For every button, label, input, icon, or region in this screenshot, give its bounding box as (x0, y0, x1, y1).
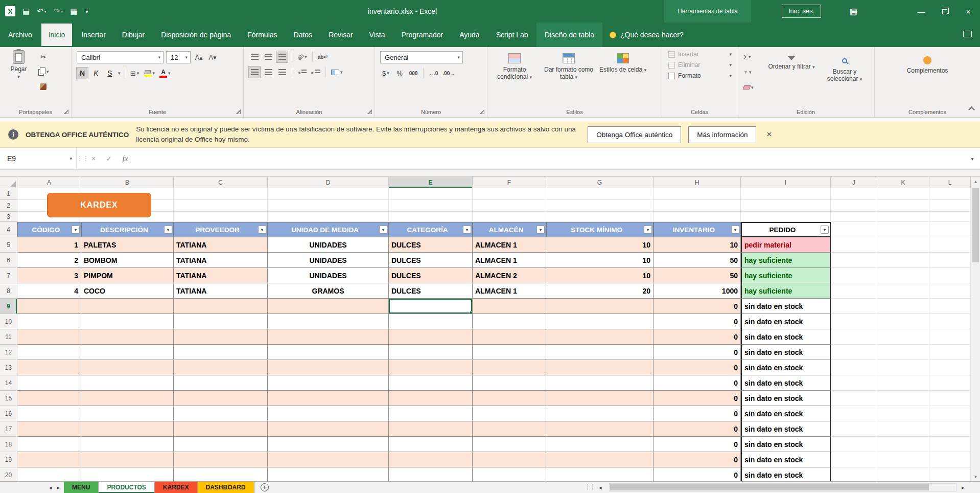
cell-G18[interactable] (546, 437, 654, 452)
cell-I16[interactable]: sin dato en stock (741, 406, 831, 421)
cell-K19[interactable] (877, 452, 929, 467)
row-header-18[interactable]: 18 (0, 437, 17, 452)
warning-close-icon[interactable]: × (766, 129, 772, 140)
cell-A15[interactable] (17, 391, 81, 406)
cell-I10[interactable]: sin dato en stock (741, 314, 831, 329)
column-header-j[interactable]: J (831, 177, 877, 188)
cell-L15[interactable] (929, 391, 971, 406)
cell-G10[interactable] (546, 314, 654, 329)
column-header-l[interactable]: L (929, 177, 971, 188)
cell-I12[interactable]: sin dato en stock (741, 345, 831, 360)
filter-dropdown-icon[interactable]: ▾ (731, 226, 739, 234)
formula-bar-grip[interactable]: ⋮⋮ (77, 155, 86, 162)
cell-A20[interactable] (17, 467, 81, 481)
cell-I20[interactable]: sin dato en stock (741, 467, 831, 481)
row-header-10[interactable]: 10 (0, 314, 17, 329)
cell-J14[interactable] (831, 375, 877, 391)
cell-C6[interactable]: TATIANA (174, 253, 268, 268)
cell-C12[interactable] (174, 345, 268, 360)
cell-C11[interactable] (174, 329, 268, 345)
column-header-g[interactable]: G (546, 177, 654, 188)
align-left-button[interactable] (249, 66, 260, 78)
cell-F1[interactable] (473, 188, 546, 200)
cell-A14[interactable] (17, 375, 81, 391)
cell-D16[interactable] (268, 406, 389, 421)
delete-cells-button[interactable]: Eliminar ▾ (668, 61, 732, 69)
cell-E12[interactable] (389, 345, 473, 360)
cell-B11[interactable] (81, 329, 174, 345)
cell-E3[interactable] (389, 212, 473, 222)
cell-L18[interactable] (929, 437, 971, 452)
cell-G8[interactable]: 20 (546, 283, 654, 299)
cell-B10[interactable] (81, 314, 174, 329)
cell-F15[interactable] (473, 391, 546, 406)
cell-E8[interactable]: DULCES (389, 283, 473, 299)
cell-L14[interactable] (929, 375, 971, 391)
cell-E16[interactable] (389, 406, 473, 421)
cell-J16[interactable] (831, 406, 877, 421)
formula-bar-expand-icon[interactable]: ▾ (965, 156, 980, 162)
cell-K10[interactable] (877, 314, 929, 329)
cell-K5[interactable] (877, 237, 929, 253)
cell-G4[interactable]: STOCK MÍNIMO▾ (546, 222, 654, 237)
sign-in-button[interactable]: Inic. ses. (782, 5, 821, 18)
cut-button[interactable]: ✂ (37, 51, 50, 62)
cell-B7[interactable]: PIMPOM (81, 268, 174, 283)
column-header-f[interactable]: F (473, 177, 546, 188)
cell-A9[interactable] (17, 299, 81, 314)
cell-I6[interactable]: hay suficiente (741, 253, 831, 268)
cell-B14[interactable] (81, 375, 174, 391)
cell-D8[interactable]: GRAMOS (268, 283, 389, 299)
cell-E10[interactable] (389, 314, 473, 329)
cell-J19[interactable] (831, 452, 877, 467)
cell-L13[interactable] (929, 360, 971, 375)
number-format-combo[interactable]: General▾ (380, 51, 463, 63)
cell-J18[interactable] (831, 437, 877, 452)
cell-E4[interactable]: CATEGORÍA▾ (389, 222, 473, 237)
cell-E20[interactable] (389, 467, 473, 481)
new-sheet-button[interactable]: + (261, 483, 269, 491)
format-cells-button[interactable]: Formato ▾ (668, 72, 732, 79)
cell-A12[interactable] (17, 345, 81, 360)
cell-L3[interactable] (929, 212, 971, 222)
kardex-shape[interactable]: KARDEX (47, 193, 151, 217)
tab-insertar[interactable]: Insertar (73, 23, 113, 47)
cell-D6[interactable]: UNIDADES (268, 253, 389, 268)
cell-F4[interactable]: ALMACÉN▾ (473, 222, 546, 237)
cell-L7[interactable] (929, 268, 971, 283)
row-header-17[interactable]: 17 (0, 421, 17, 437)
cell-E17[interactable] (389, 421, 473, 437)
cell-C17[interactable] (174, 421, 268, 437)
tab-programador[interactable]: Programador (393, 23, 451, 47)
row-header-15[interactable]: 15 (0, 391, 17, 406)
cell-D12[interactable] (268, 345, 389, 360)
cell-C8[interactable]: TATIANA (174, 283, 268, 299)
cell-C13[interactable] (174, 360, 268, 375)
restore-button[interactable] (933, 0, 956, 23)
cell-K16[interactable] (877, 406, 929, 421)
cell-J2[interactable] (831, 200, 877, 212)
row-header-13[interactable]: 13 (0, 360, 17, 375)
cell-B6[interactable]: BOMBOM (81, 253, 174, 268)
cell-G1[interactable] (546, 188, 654, 200)
cell-G15[interactable] (546, 391, 654, 406)
cell-D15[interactable] (268, 391, 389, 406)
cell-H2[interactable] (654, 200, 741, 212)
cell-J4[interactable] (831, 222, 877, 237)
cell-C15[interactable] (174, 391, 268, 406)
filter-dropdown-icon[interactable]: ▾ (379, 226, 387, 234)
row-header-7[interactable]: 7 (0, 268, 17, 283)
cell-E14[interactable] (389, 375, 473, 391)
cell-A5[interactable]: 1 (17, 237, 81, 253)
cell-D13[interactable] (268, 360, 389, 375)
cell-F3[interactable] (473, 212, 546, 222)
cell-L20[interactable] (929, 467, 971, 481)
cell-G11[interactable] (546, 329, 654, 345)
cell-C7[interactable]: TATIANA (174, 268, 268, 283)
find-select-button[interactable]: Buscar y seleccionar ▾ (818, 50, 871, 83)
cell-A6[interactable]: 2 (17, 253, 81, 268)
cell-L16[interactable] (929, 406, 971, 421)
cell-H5[interactable]: 10 (654, 237, 741, 253)
cell-I8[interactable]: hay suficiente (741, 283, 831, 299)
cell-L17[interactable] (929, 421, 971, 437)
